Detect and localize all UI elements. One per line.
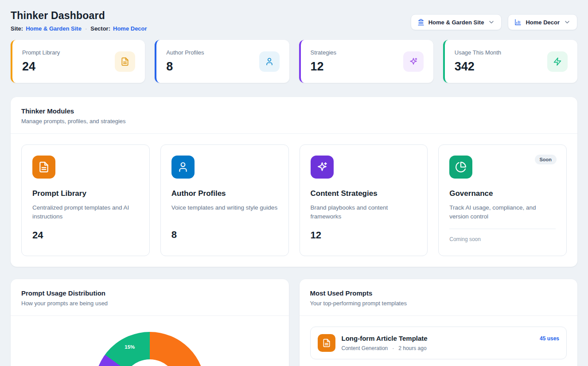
page-title: Thinker Dashboard: [11, 10, 147, 22]
module-title: Governance: [449, 189, 556, 198]
coming-soon-text: Coming soon: [449, 236, 556, 242]
sector-link[interactable]: Home Decor: [113, 25, 147, 32]
thinker-modules-panel: Thinker Modules Manage prompts, profiles…: [11, 97, 577, 267]
module-title: Prompt Library: [32, 189, 139, 198]
breadcrumb-separator: ·: [84, 25, 88, 32]
stat-value: 24: [22, 60, 60, 74]
stat-value: 8: [166, 60, 204, 74]
module-count: 12: [311, 230, 417, 241]
site-selector-dropdown[interactable]: Home & Garden Site: [411, 14, 502, 30]
usage-donut: 15%: [94, 332, 205, 366]
module-card-prompt-library[interactable]: Prompt Library Centralized prompt templa…: [21, 144, 150, 256]
module-card-governance[interactable]: Soon Governance Track AI usage, complian…: [438, 144, 567, 256]
sector-label: Sector:: [90, 25, 110, 32]
module-title: Content Strategies: [311, 189, 417, 198]
prompt-item-meta: Content Generation · 2 hours ago: [342, 345, 533, 351]
module-card-content-strategies[interactable]: Content Strategies Brand playbooks and c…: [300, 144, 428, 256]
module-description: Voice templates and writing style guides: [171, 203, 278, 221]
top-bar: Thinker Dashboard Site: Home & Garden Si…: [11, 0, 577, 32]
prompt-item-body: Long-form Article Template Content Gener…: [342, 335, 533, 351]
usage-header: Prompt Usage Distribution How your promp…: [11, 279, 289, 316]
user-icon: [259, 51, 280, 72]
meta-separator: ·: [392, 345, 394, 351]
stat-text: Prompt Library 24: [22, 49, 60, 74]
stat-text: Author Profiles 8: [166, 49, 204, 74]
stat-text: Usage This Month 342: [455, 49, 501, 74]
donut-segment-label: 15%: [125, 344, 135, 350]
stat-value: 342: [455, 60, 501, 74]
prompt-item-uses: 45 uses: [540, 335, 559, 342]
usage-subtitle: How your prompts are being used: [21, 300, 278, 307]
selector-group: Home & Garden Site Home Decor: [411, 14, 577, 30]
chart-area: 15%: [11, 316, 289, 366]
sparkle-icon: [311, 156, 334, 179]
file-text-icon: [318, 334, 335, 352]
module-card-author-profiles[interactable]: Author Profiles Voice templates and writ…: [160, 144, 289, 256]
stat-card-prompt-library: Prompt Library 24: [11, 40, 145, 83]
user-icon: [171, 156, 195, 179]
breadcrumb: Site: Home & Garden Site · Sector: Home …: [11, 25, 147, 32]
prompt-item-title: Long-form Article Template: [342, 335, 533, 342]
file-text-icon: [32, 156, 55, 179]
prompt-list-item[interactable]: Long-form Article Template Content Gener…: [310, 327, 567, 359]
module-title: Author Profiles: [171, 189, 278, 198]
soon-badge: Soon: [535, 155, 557, 164]
prompt-item-time: 2 hours ago: [398, 345, 426, 351]
site-link[interactable]: Home & Garden Site: [26, 25, 82, 32]
module-description: Track AI usage, compliance, and version …: [449, 203, 556, 222]
zap-icon: [547, 51, 568, 72]
stat-card-strategies: Strategies 12: [299, 40, 433, 83]
landmark-icon: [417, 19, 424, 26]
site-label: Site:: [11, 25, 23, 32]
prompts-title: Most Used Prompts: [310, 289, 567, 297]
chevron-down-icon: [564, 19, 571, 26]
stat-text: Strategies 12: [311, 49, 337, 74]
stats-row: Prompt Library 24 Author Profiles 8 Stra…: [11, 40, 577, 83]
stat-card-usage: Usage This Month 342: [443, 40, 577, 83]
sector-selector-dropdown[interactable]: Home Decor: [508, 14, 577, 30]
sparkle-icon: [403, 51, 424, 72]
prompts-subtitle: Your top-performing prompt templates: [310, 300, 567, 307]
site-selector-label: Home & Garden Site: [428, 19, 484, 26]
prompt-list: Long-form Article Template Content Gener…: [300, 316, 578, 366]
prompts-header: Most Used Prompts Your top-performing pr…: [300, 279, 578, 316]
dashboard-page: Thinker Dashboard Site: Home & Garden Si…: [0, 0, 588, 366]
title-block: Thinker Dashboard Site: Home & Garden Si…: [11, 10, 147, 32]
module-count: 24: [32, 230, 139, 241]
modules-subtitle: Manage prompts, profiles, and strategies: [21, 118, 567, 125]
divider: [449, 229, 556, 229]
stat-card-author-profiles: Author Profiles 8: [155, 40, 289, 83]
module-description: Centralized prompt templates and AI inst…: [32, 203, 139, 222]
stat-label: Strategies: [311, 49, 337, 56]
modules-title: Thinker Modules: [21, 107, 567, 115]
usage-distribution-panel: Prompt Usage Distribution How your promp…: [11, 279, 289, 366]
module-description: Brand playbooks and content frameworks: [311, 203, 417, 222]
file-text-icon: [115, 51, 135, 72]
stat-label: Usage This Month: [455, 49, 501, 56]
bottom-row: Prompt Usage Distribution How your promp…: [11, 279, 577, 366]
modules-grid: Prompt Library Centralized prompt templa…: [11, 134, 577, 267]
bar-chart-icon: [514, 19, 522, 26]
stat-label: Prompt Library: [22, 49, 60, 56]
stat-label: Author Profiles: [166, 49, 204, 56]
pie-chart-icon: [449, 156, 472, 179]
prompt-item-category: Content Generation: [342, 345, 388, 351]
most-used-prompts-panel: Most Used Prompts Your top-performing pr…: [300, 279, 578, 366]
sector-selector-label: Home Decor: [526, 19, 560, 26]
stat-value: 12: [311, 60, 337, 74]
module-count: 8: [171, 229, 278, 241]
modules-header: Thinker Modules Manage prompts, profiles…: [11, 97, 577, 134]
usage-title: Prompt Usage Distribution: [21, 289, 278, 297]
chevron-down-icon: [488, 19, 495, 26]
